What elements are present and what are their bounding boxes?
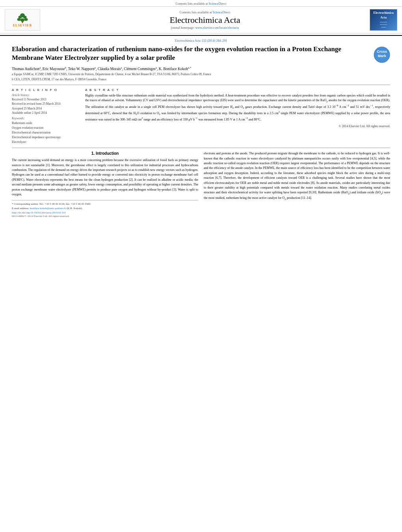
elsevier-text: ELSEVIER <box>13 24 32 27</box>
history-label: Article history: <box>12 93 79 97</box>
intro-paragraph1: The current increasing world demand on e… <box>12 158 198 197</box>
email-link[interactable]: boniface.kokoh@univ-poitiers.fr <box>30 207 66 210</box>
elsevier-tree-icon <box>17 13 28 24</box>
keywords-section: Keywords: Ruthenium oxide Oxygen evoluti… <box>12 117 79 145</box>
journal-title-block: Contents lists available at ScienceDirec… <box>40 11 370 30</box>
abstract-col: A B S T R A C T Highly crystalline rutil… <box>85 88 390 145</box>
authors-line: Thomas Audichona, Eric Mayousseb, Teko W… <box>12 66 390 71</box>
keyword-1: Ruthenium oxide <box>12 121 79 126</box>
crossmark-logo: Cross Mark <box>374 46 390 63</box>
contents-line: Contents lists available at ScienceDirec… <box>44 11 366 14</box>
issn-text: 0013-4686/© 2014 Elsevier Ltd. All right… <box>12 215 198 218</box>
svg-point-3 <box>17 18 21 21</box>
online-date: Available online 2 April 2014 <box>12 111 79 115</box>
footnotes: * Corresponding author. Tel.: +33 5 49 4… <box>12 200 198 218</box>
page: Contents lists available at ScienceDirec… <box>0 0 402 532</box>
keyword-2: Oxygen evolution reaction <box>12 126 79 130</box>
sciencedirect-url[interactable]: ScienceDirect <box>209 2 227 6</box>
doi-link[interactable]: http://dx.doi.org/10.1016/j.electacta.20… <box>12 211 198 214</box>
introduction-heading: 1. Introduction <box>12 151 198 156</box>
journal-main-title: Electrochimica Acta <box>44 15 366 25</box>
sciencedirect-link: Contents lists available at <box>176 2 209 6</box>
abstract-title: A B S T R A C T <box>85 88 390 92</box>
keyword-5: Electrolyzer <box>12 140 79 145</box>
divider1 <box>12 85 390 85</box>
info-abstract-columns: A R T I C L E I N F O Article history: R… <box>12 88 390 145</box>
article-content: Electrochimica Acta 132 (2014) 284–291 E… <box>0 36 402 222</box>
intro-paragraph2: electrons and protons at the anode. The … <box>204 151 390 201</box>
revised-date: Received in revised form 25 March 2014 <box>12 102 79 106</box>
keywords-label: Keywords: <box>12 117 79 120</box>
homepage-url[interactable]: www.elsevier.com/locate/electacta <box>195 26 239 30</box>
abstract-text: Highly crystalline rutile-like structure… <box>85 93 390 122</box>
email-note: E-mail address: boniface.kokoh@univ-poit… <box>12 206 198 211</box>
svg-point-4 <box>24 18 28 21</box>
svg-text:Cross: Cross <box>377 50 387 54</box>
svg-rect-6 <box>22 21 23 23</box>
elsevier-shape <box>17 13 28 24</box>
article-title-section: Elaboration and characterization of ruth… <box>12 45 390 63</box>
keyword-4: Electrochemical impedance spectroscopy <box>12 135 79 140</box>
journal-header: Contents lists available at ScienceDirec… <box>0 0 402 36</box>
body-left-col: 1. Introduction The current increasing w… <box>12 151 198 218</box>
accepted-date: Accepted 25 March 2014 <box>12 106 79 111</box>
header-inner: ELSEVIER Contents lists available at Sci… <box>0 6 402 33</box>
elsevier-logo: ELSEVIER <box>5 9 40 31</box>
body-right-col: electrons and protons at the anode. The … <box>204 151 390 218</box>
article-info-col: A R T I C L E I N F O Article history: R… <box>12 88 79 145</box>
received-date: Received 11 November 2013 <box>12 97 79 102</box>
sciencedirect-link2[interactable]: ScienceDirect <box>213 11 231 14</box>
divider2 <box>12 148 390 148</box>
affiliation-a: a Equipe SAMCat, IC2MP, UMR 7285 CNRS, U… <box>12 72 390 77</box>
article-title: Elaboration and characterization of ruth… <box>12 45 370 62</box>
article-history: Article history: Received 11 November 20… <box>12 93 79 115</box>
top-bar: Contents lists available at ScienceDirec… <box>0 0 402 6</box>
svg-text:Mark: Mark <box>378 54 386 58</box>
article-citation: Electrochimica Acta 132 (2014) 284–291 <box>12 39 390 43</box>
affiliation-b: b CEA, LITEN, DEHT/LCPEM, 17 rue des Mar… <box>12 78 390 82</box>
keyword-3: Electrochemical characterization <box>12 130 79 135</box>
body-columns: 1. Introduction The current increasing w… <box>12 151 390 218</box>
crossmark-icon: Cross Mark <box>374 46 390 63</box>
article-info-title: A R T I C L E I N F O <box>12 88 79 92</box>
homepage-line: journal homepage: www.elsevier.com/locat… <box>44 26 366 30</box>
journal-logo: Electrochimica Acta ━━━━━━━━━━━━━━━━ <box>370 9 397 31</box>
copyright-text: © 2014 Elsevier Ltd. All rights reserved… <box>85 124 390 128</box>
corresponding-author-note: * Corresponding author. Tel.: +33 5 49 4… <box>12 202 198 206</box>
